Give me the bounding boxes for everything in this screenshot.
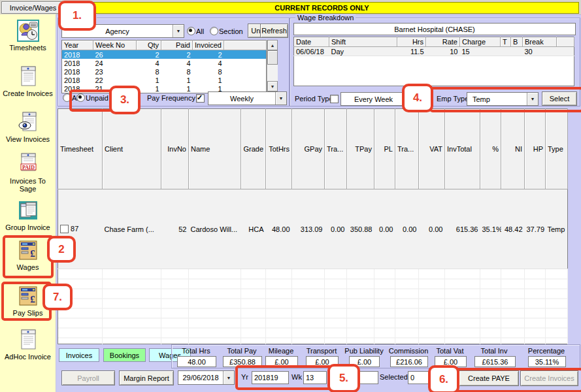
- bookings-row[interactable]: 201823 88 8: [62, 67, 267, 76]
- chevron-down-icon[interactable]: ▼: [223, 371, 234, 384]
- scroll-down-icon[interactable]: ▼: [267, 81, 278, 91]
- cell-tra2: 0.00: [395, 189, 419, 269]
- cell-tra1: 0.00: [325, 189, 347, 269]
- all-radio[interactable]: [187, 27, 195, 35]
- col-type[interactable]: Type: [546, 109, 568, 189]
- date-dropdown[interactable]: 29/06/2018 ▼: [178, 370, 235, 385]
- col-tra1[interactable]: Tra...: [325, 109, 347, 189]
- select-button[interactable]: Select: [542, 91, 577, 106]
- wage-breakdown-row[interactable]: 06/06/18Day 11.510 15 30: [294, 47, 574, 56]
- col-gpay[interactable]: GPay: [292, 109, 325, 189]
- cell-pct: 35.1%: [480, 189, 501, 269]
- yr-field[interactable]: 201819: [252, 371, 289, 384]
- chevron-down-icon[interactable]: ▼: [527, 93, 538, 105]
- row-checkbox[interactable]: [60, 225, 69, 233]
- margin-report-button[interactable]: Margin Report: [119, 370, 174, 385]
- wb-col-hrs[interactable]: Hrs: [397, 37, 426, 47]
- col-vat[interactable]: VAT: [419, 109, 445, 189]
- sidebar-item-wages[interactable]: £ Wages: [0, 239, 56, 271]
- filter-all-radio[interactable]: [63, 93, 71, 102]
- col-ni[interactable]: NI: [501, 109, 525, 189]
- wb-col-charge[interactable]: Charge: [460, 37, 501, 47]
- wb-col-rate[interactable]: Rate: [426, 37, 460, 47]
- svg-text:£: £: [30, 294, 35, 304]
- col-tpay[interactable]: TPay: [347, 109, 374, 189]
- selected-count-field[interactable]: 0: [408, 371, 433, 384]
- margin-report-label: Margin Report: [124, 374, 169, 382]
- payroll-button[interactable]: Payroll: [61, 370, 115, 385]
- bookings-col-paid[interactable]: Paid: [161, 41, 193, 50]
- col-hp[interactable]: HP: [525, 109, 546, 189]
- sidebar-item-group-invoice[interactable]: Group Invoice: [0, 199, 56, 231]
- bookings-row[interactable]: 201824 44 4: [62, 59, 267, 67]
- sidebar-item-label: Create Invoices: [2, 90, 54, 97]
- sidebar-item-invoices-to-sage[interactable]: PAID Invoices To Sage: [0, 153, 56, 193]
- col-name[interactable]: Name: [189, 109, 241, 189]
- sidebar-item-create-invoices[interactable]: Create Invoices: [0, 65, 56, 97]
- client-header-field: Barnet Hospital (CHASE): [293, 23, 576, 35]
- section-radio[interactable]: [210, 27, 218, 35]
- filter-unpaid-radio[interactable]: [76, 93, 85, 102]
- bookings-group: Bookings Agency ▼ All Section UnTick All…: [58, 18, 290, 106]
- bookings-row-selected[interactable]: 201826 22 2: [62, 50, 267, 59]
- wb-col-date[interactable]: Date: [294, 37, 329, 47]
- col-invtotal[interactable]: InvTotal: [445, 109, 480, 189]
- pay-frequency-label: Pay Frequency: [147, 94, 195, 102]
- main-table: Timesheet Client InvNo Name Grade TotHrs…: [58, 108, 568, 344]
- tab-bookings[interactable]: Bookings: [103, 348, 146, 362]
- percentage-value: 35.11%: [528, 356, 566, 367]
- col-grade[interactable]: Grade: [241, 109, 266, 189]
- col-client[interactable]: Client: [103, 109, 161, 189]
- chevron-down-icon[interactable]: ▼: [275, 92, 286, 105]
- chevron-down-icon[interactable]: ▼: [406, 93, 417, 105]
- wb-col-shift[interactable]: Shift: [329, 37, 397, 47]
- scrollbar-thumb[interactable]: [267, 50, 278, 65]
- pay-frequency-dropdown[interactable]: Weekly ▼: [208, 91, 287, 105]
- pub-liability-label: Pub Liability: [344, 347, 384, 355]
- period-dropdown[interactable]: Every Week ▼: [340, 92, 418, 106]
- sidebar-item-pay-slips[interactable]: £ Pay Slips: [0, 285, 56, 317]
- total-inv-value: £615.36: [474, 356, 516, 367]
- blank-field[interactable]: [359, 371, 378, 384]
- percentage: Percentage 35.11%: [525, 347, 568, 367]
- invoice-wages-tab[interactable]: Invoice/Wages: [1, 1, 65, 14]
- wk-field[interactable]: 13: [303, 371, 327, 384]
- period-type-checkbox[interactable]: [330, 95, 339, 103]
- tab-invoices[interactable]: Invoices: [59, 348, 99, 362]
- wb-col-b[interactable]: B: [511, 37, 523, 47]
- agency-dropdown[interactable]: Agency ▼: [61, 24, 184, 38]
- bookings-col-year[interactable]: Year: [62, 41, 93, 50]
- total-vat: Total Vat £.00: [432, 347, 468, 367]
- sidebar-item-adhoc-invoice[interactable]: AdHoc Invoice: [0, 329, 56, 361]
- bookings-row[interactable]: 201822 11 1: [62, 76, 267, 84]
- bookings-col-weekno[interactable]: Week No: [93, 41, 137, 50]
- pay-frequency-checkbox[interactable]: [196, 94, 205, 103]
- cell-client: Chase Farm (...: [103, 189, 161, 269]
- col-tothrs[interactable]: TotHrs: [266, 109, 292, 189]
- create-invoices-button[interactable]: Create Invoices: [520, 370, 578, 386]
- chevron-down-icon[interactable]: ▼: [173, 25, 184, 37]
- timesheet-row[interactable]: 87 Chase Farm (... 52 Cardoso Will... HC…: [58, 189, 568, 269]
- col-pl[interactable]: PL: [374, 109, 395, 189]
- col-invno[interactable]: InvNo: [161, 109, 189, 189]
- total-pay: Total Pay £350.88: [220, 347, 263, 367]
- create-paye-button[interactable]: Create PAYE: [459, 370, 519, 386]
- wb-col-t[interactable]: T: [501, 37, 511, 47]
- refresh-button[interactable]: Refresh: [260, 24, 288, 38]
- bookings-scrollbar[interactable]: ▲ ▼: [267, 40, 278, 91]
- pay-slips-icon: £: [17, 285, 39, 307]
- cell-tpay: 350.88: [347, 189, 374, 269]
- total-inv-label: Total Inv: [471, 347, 517, 355]
- col-timesheet[interactable]: Timesheet: [58, 109, 103, 189]
- scroll-up-icon[interactable]: ▲: [267, 40, 278, 50]
- col-tra2[interactable]: Tra...: [395, 109, 419, 189]
- wb-col-break[interactable]: Break: [523, 37, 557, 47]
- bookings-table: Year Week No Qty Paid Invoiced 201826 22…: [61, 40, 267, 93]
- sidebar-item-view-invoices[interactable]: View Invoices: [0, 111, 56, 143]
- bookings-col-invoiced[interactable]: Invoiced: [193, 41, 224, 50]
- bookings-col-qty[interactable]: Qty: [137, 41, 161, 50]
- emp-type-dropdown[interactable]: Temp ▼: [467, 92, 539, 106]
- payroll-button-label: Payroll: [77, 374, 99, 382]
- col-pct[interactable]: %: [480, 109, 501, 189]
- sidebar-item-timesheets[interactable]: Timesheets: [0, 20, 56, 52]
